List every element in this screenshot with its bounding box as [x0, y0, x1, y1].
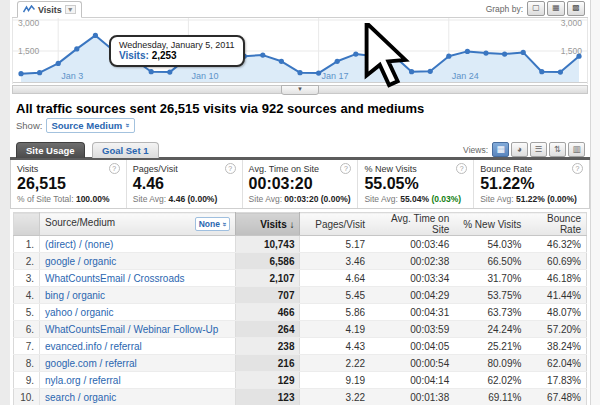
metric-scorecards: Visits?26,515% of Site Total: 100.00%Pag… [10, 160, 590, 209]
table-header-row: Source/Medium None » Visits ↓ Pages/Visi… [14, 213, 587, 236]
tab-bar: Site Usage Goal Set 1 Views: ▦◕☰⇅▥ [16, 140, 590, 157]
table-row: 4.bing / organic7075.4500:04:2953.75%41.… [14, 287, 587, 304]
table-view-button[interactable]: ▦ [492, 142, 509, 157]
row-new-visits: 66.50% [454, 253, 526, 270]
row-avg-time: 00:03:34 [370, 270, 454, 287]
dimension-dropdown-value: Source Medium [51, 120, 122, 131]
help-icon[interactable]: ? [225, 163, 236, 174]
table-row: 3.WhatCountsEmail / Crossroads2,1074.640… [14, 270, 587, 287]
tab-goal-set-1[interactable]: Goal Set 1 [92, 142, 158, 158]
source-medium-link[interactable]: google / organic [45, 256, 116, 267]
row-visits: 707 [236, 287, 300, 304]
row-new-visits: 24.24% [454, 321, 526, 338]
metric-card: Avg. Time on Site?00:03:20Site Avg: 00:0… [243, 160, 359, 208]
graph-by-week-icon: ▦ [552, 3, 560, 12]
graph-by-month-button[interactable]: ▩ [567, 1, 585, 16]
secondary-dimension-dropdown[interactable]: None » [195, 217, 231, 231]
row-new-visits: 80.09% [454, 355, 526, 372]
visits-column-header[interactable]: Visits ↓ [236, 213, 300, 236]
help-icon[interactable]: ? [109, 163, 120, 174]
table-view-icon: ▦ [496, 144, 504, 154]
row-visits: 238 [236, 338, 300, 355]
row-rank: 5. [14, 304, 40, 321]
metric-card: Pages/Visit?4.46Site Avg: 4.46 (0.00%) [127, 160, 243, 208]
metric-card: Visits?26,515% of Site Total: 100.00% [11, 160, 127, 208]
table-row: 7.evanced.info / referral2384.4300:04:05… [14, 338, 587, 355]
row-avg-time: 00:00:54 [370, 355, 454, 372]
sparkline-icon [23, 5, 35, 14]
row-new-visits: 31.70% [454, 270, 526, 287]
source-medium-link[interactable]: WhatCountsEmail / Crossroads [45, 273, 185, 284]
row-avg-time: 00:04:14 [370, 372, 454, 389]
row-rank: 8. [14, 355, 40, 372]
comparison-view-button[interactable]: ⇅ [549, 142, 566, 157]
table-row: 9.nyla.org / referral1299.1900:04:1462.0… [14, 372, 587, 389]
metric-value: 00:03:20 [249, 175, 352, 193]
source-medium-link[interactable]: (direct) / (none) [45, 239, 113, 250]
y-tick-left-3000: 3,000 [18, 18, 39, 28]
metric-header: Visits? [17, 163, 120, 174]
data-point [74, 46, 79, 51]
row-bounce-rate: 17.83% [526, 372, 586, 389]
row-pages-per-visit: 5.86 [300, 304, 370, 321]
source-medium-link[interactable]: yahoo / organic [45, 307, 113, 318]
metric-sub-delta: (0.00%) [321, 194, 351, 204]
bounce-rate-column-header[interactable]: Bounce Rate [526, 213, 586, 236]
source-medium-link[interactable]: evanced.info / referral [45, 341, 142, 352]
row-pages-per-visit: 4.43 [300, 338, 370, 355]
sort-descending-icon: ↓ [289, 219, 294, 230]
row-avg-time: 00:04:29 [370, 287, 454, 304]
graph-by-day-button[interactable]: ▢ [527, 1, 545, 16]
row-bounce-rate: 46.32% [526, 236, 586, 253]
metric-sub-value: 00:03:20 [284, 194, 318, 204]
help-icon[interactable]: ? [456, 163, 467, 174]
row-avg-time: 00:02:38 [370, 253, 454, 270]
row-new-visits: 53.75% [454, 287, 526, 304]
metric-header: Bounce Rate? [480, 163, 583, 174]
metric-sub-value: 55.04% [400, 194, 429, 204]
visits-chart-panel: Visits ▼ Graph by: ▢▦▩ 3,000 1,500 3,000… [10, 0, 590, 94]
source-medium-link[interactable]: google.com / referral [45, 358, 137, 369]
analytics-report-page: Visits ▼ Graph by: ▢▦▩ 3,000 1,500 3,000… [0, 0, 600, 405]
table-row: 6.WhatCountsEmail / Webinar Follow-Up264… [14, 321, 587, 338]
left-gutter [0, 0, 10, 405]
data-point [56, 61, 61, 66]
source-medium-column-header[interactable]: Source/Medium None » [40, 213, 236, 236]
data-point [18, 71, 23, 76]
views-controls: Views: ▦◕☰⇅▥ [463, 142, 585, 157]
metric-value: 55.05% [364, 175, 467, 193]
source-medium-link[interactable]: nyla.org / referral [45, 375, 121, 386]
pages-visit-column-header[interactable]: Pages/Visit [300, 213, 370, 236]
avg-time-column-header[interactable]: Avg. Time on Site [370, 213, 454, 236]
source-medium-link[interactable]: search / organic [45, 392, 116, 403]
source-medium-link[interactable]: WhatCountsEmail / Webinar Follow-Up [45, 324, 218, 335]
show-row: Show: Source Medium » [16, 118, 584, 133]
row-new-visits: 25.21% [454, 338, 526, 355]
dimension-dropdown[interactable]: Source Medium » [46, 118, 134, 133]
metric-card: Bounce Rate?51.22%Site Avg: 51.22% (0.00… [474, 160, 589, 208]
performance-view-button[interactable]: ☰ [530, 142, 547, 157]
double-chevron-icon: » [220, 222, 229, 226]
row-new-visits: 62.02% [454, 372, 526, 389]
metric-header: % New Visits? [364, 163, 467, 174]
pivot-view-button[interactable]: ▥ [568, 142, 585, 157]
rank-column-header [14, 213, 40, 236]
row-bounce-rate: 46.18% [526, 270, 586, 287]
x-axis-label: Jan 3 [61, 71, 83, 81]
percentage-view-button[interactable]: ◕ [511, 142, 528, 157]
row-rank: 10. [14, 389, 40, 405]
help-icon[interactable]: ? [340, 163, 351, 174]
row-rank: 9. [14, 372, 40, 389]
tab-site-usage[interactable]: Site Usage [16, 142, 85, 158]
graph-by-day-icon: ▢ [532, 3, 540, 12]
row-avg-time: 00:03:46 [370, 236, 454, 253]
help-icon[interactable]: ? [572, 163, 583, 174]
graph-by-week-button[interactable]: ▦ [547, 1, 565, 16]
metric-label: % New Visits [364, 164, 416, 174]
data-point [93, 33, 98, 38]
mouse-cursor-icon [99, 23, 600, 89]
chart-metric-dropdown[interactable]: Visits ▼ [17, 1, 82, 18]
new-visits-column-header[interactable]: % New Visits [454, 213, 526, 236]
row-new-visits: 63.73% [454, 304, 526, 321]
source-medium-link[interactable]: bing / organic [45, 290, 105, 301]
